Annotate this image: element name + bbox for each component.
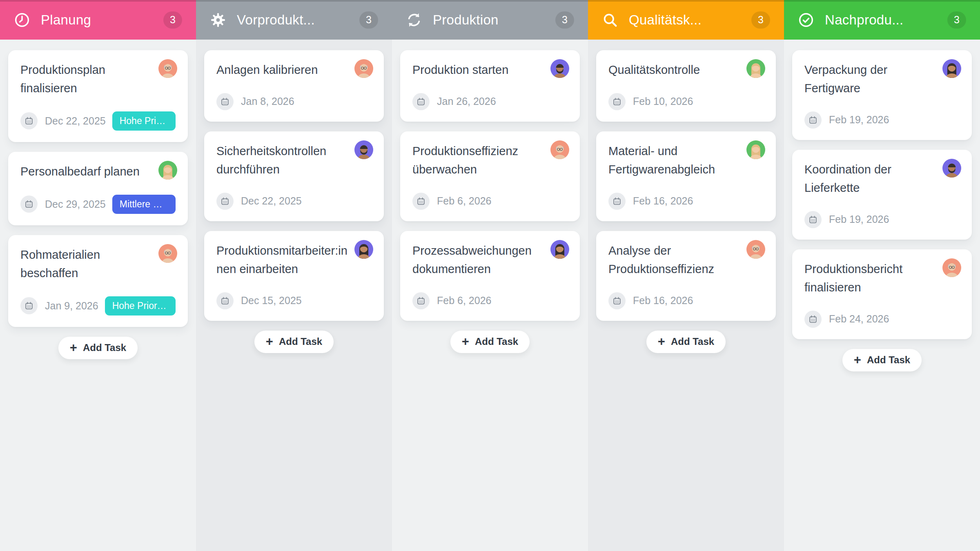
due-date: Feb 24, 2026 bbox=[829, 313, 889, 325]
add-task-label: Add Task bbox=[83, 342, 126, 353]
plus-icon: + bbox=[462, 335, 469, 348]
clock-icon bbox=[14, 12, 30, 28]
kanban-column-3: Produktion 3 Produktion starten Jan 2 bbox=[392, 0, 588, 551]
add-task-label: Add Task bbox=[475, 336, 518, 347]
assignee-avatar bbox=[550, 59, 569, 78]
column-title: Produktion bbox=[433, 12, 555, 28]
task-title: Koordination der Lieferkette bbox=[804, 160, 960, 197]
add-task-button[interactable]: + Add Task bbox=[254, 331, 334, 353]
task-card[interactable]: Material- und Fertigwarenabgleich Feb 16… bbox=[596, 131, 776, 221]
task-card[interactable]: Verpackung der Fertigware Feb 19, 2026 bbox=[792, 50, 972, 140]
column-header: Vorprodukt... 3 bbox=[196, 0, 392, 40]
due-date: Dec 15, 2025 bbox=[241, 295, 302, 307]
column-header: Planung 3 bbox=[0, 0, 196, 40]
task-title: Sicherheitskontrollen durchführen bbox=[216, 142, 372, 179]
column-header: Produktion 3 bbox=[392, 0, 588, 40]
kanban-column-4: Qualitätsk... 3 Qualitätskontrolle Fe bbox=[588, 0, 784, 551]
due-date: Feb 19, 2026 bbox=[829, 213, 889, 225]
task-card[interactable]: Sicherheitskontrollen durchführen Dec 22… bbox=[204, 131, 384, 221]
task-card[interactable]: Produktionsplan finalisieren Dec 22, 202… bbox=[8, 50, 188, 142]
task-card[interactable]: Produktionsbericht finalisieren Feb 24, … bbox=[792, 249, 972, 339]
gear-icon bbox=[210, 12, 226, 28]
column-title: Qualitätsk... bbox=[629, 12, 751, 28]
card-meta: Feb 6, 2026 bbox=[412, 193, 568, 210]
due-date: Dec 22, 2025 bbox=[45, 115, 106, 127]
card-list: Anlagen kalibrieren Jan 8, 2026 Siche bbox=[204, 50, 384, 321]
search-icon bbox=[602, 12, 618, 28]
calendar-icon bbox=[804, 211, 822, 228]
task-card[interactable]: Produktionsmitarbeiter:innen einarbeiten… bbox=[204, 231, 384, 321]
assignee-avatar bbox=[746, 240, 765, 259]
add-task-row: + Add Task bbox=[792, 349, 972, 371]
task-card[interactable]: Koordination der Lieferkette Feb 19, 202… bbox=[792, 150, 972, 240]
column-body: Anlagen kalibrieren Jan 8, 2026 Siche bbox=[196, 40, 392, 551]
card-meta: Feb 19, 2026 bbox=[804, 211, 960, 228]
card-meta: Feb 16, 2026 bbox=[608, 292, 764, 309]
calendar-icon bbox=[804, 311, 822, 328]
calendar-icon bbox=[20, 112, 38, 129]
task-title: Rohmaterialien beschaffen bbox=[20, 246, 176, 282]
task-title: Produktion starten bbox=[412, 61, 568, 79]
task-card[interactable]: Analyse der Produktionseffizienz Feb 16,… bbox=[596, 231, 776, 321]
due-date: Jan 8, 2026 bbox=[241, 96, 294, 107]
kanban-column-5: Nachprodu... 3 Verpackung der Fertigware bbox=[784, 0, 980, 551]
due-date: Feb 16, 2026 bbox=[633, 295, 693, 307]
task-card[interactable]: Anlagen kalibrieren Jan 8, 2026 bbox=[204, 50, 384, 122]
calendar-icon bbox=[412, 193, 430, 210]
card-list: Produktionsplan finalisieren Dec 22, 202… bbox=[8, 50, 188, 327]
sync-icon bbox=[406, 12, 422, 28]
calendar-icon bbox=[608, 93, 626, 110]
task-title: Produktionsbericht finalisieren bbox=[804, 260, 960, 297]
task-title: Personalbedarf planen bbox=[20, 162, 176, 181]
assignee-avatar bbox=[550, 240, 569, 259]
assignee-avatar bbox=[550, 140, 569, 159]
column-count-badge: 3 bbox=[555, 11, 574, 29]
column-title: Nachprodu... bbox=[825, 12, 947, 28]
task-title: Produktionseffizienz überwachen bbox=[412, 142, 568, 179]
card-meta: Dec 15, 2025 bbox=[216, 292, 372, 309]
card-meta: Dec 29, 2025 Mittlere Pri... bbox=[20, 195, 176, 214]
calendar-icon bbox=[608, 193, 626, 210]
card-meta: Jan 8, 2026 bbox=[216, 93, 372, 110]
assignee-avatar bbox=[942, 159, 961, 178]
add-task-label: Add Task bbox=[671, 336, 714, 347]
assignee-avatar bbox=[942, 258, 961, 277]
add-task-label: Add Task bbox=[867, 354, 910, 366]
assignee-avatar bbox=[746, 140, 765, 159]
task-title: Prozessabweichungen dokumentieren bbox=[412, 242, 568, 278]
calendar-icon bbox=[216, 292, 234, 309]
task-title: Qualitätskontrolle bbox=[608, 61, 764, 79]
column-count-badge: 3 bbox=[163, 11, 182, 29]
column-header: Qualitätsk... 3 bbox=[588, 0, 784, 40]
card-meta: Feb 6, 2026 bbox=[412, 292, 568, 309]
task-card[interactable]: Personalbedarf planen Dec 29, 2025 Mittl… bbox=[8, 152, 188, 225]
column-title: Planung bbox=[41, 12, 163, 28]
task-card[interactable]: Qualitätskontrolle Feb 10, 2026 bbox=[596, 50, 776, 122]
add-task-button[interactable]: + Add Task bbox=[58, 337, 138, 359]
due-date: Jan 9, 2026 bbox=[45, 300, 98, 312]
column-title: Vorprodukt... bbox=[237, 12, 359, 28]
add-task-button[interactable]: + Add Task bbox=[646, 331, 726, 353]
task-card[interactable]: Produktion starten Jan 26, 2026 bbox=[400, 50, 580, 122]
assignee-avatar bbox=[354, 59, 373, 78]
assignee-avatar bbox=[158, 59, 177, 78]
add-task-button[interactable]: + Add Task bbox=[450, 331, 530, 353]
task-title: Material- und Fertigwarenabgleich bbox=[608, 142, 764, 179]
assignee-avatar bbox=[746, 59, 765, 78]
assignee-avatar bbox=[158, 161, 177, 180]
task-card[interactable]: Rohmaterialien beschaffen Jan 9, 2026 Ho… bbox=[8, 235, 188, 327]
column-count-badge: 3 bbox=[359, 11, 378, 29]
column-count-badge: 3 bbox=[751, 11, 770, 29]
assignee-avatar bbox=[354, 140, 373, 159]
task-card[interactable]: Produktionseffizienz überwachen Feb 6, 2… bbox=[400, 131, 580, 221]
priority-badge: Hohe Priorität bbox=[105, 296, 176, 315]
priority-badge: Mittlere Pri... bbox=[112, 195, 176, 214]
card-meta: Dec 22, 2025 Hohe Priorität bbox=[20, 111, 176, 131]
plus-icon: + bbox=[266, 335, 273, 348]
column-count-badge: 3 bbox=[947, 11, 966, 29]
add-task-button[interactable]: + Add Task bbox=[842, 349, 922, 371]
calendar-icon bbox=[804, 111, 822, 129]
column-header: Nachprodu... 3 bbox=[784, 0, 980, 40]
task-card[interactable]: Prozessabweichungen dokumentieren Feb 6,… bbox=[400, 231, 580, 321]
plus-icon: + bbox=[854, 353, 861, 366]
